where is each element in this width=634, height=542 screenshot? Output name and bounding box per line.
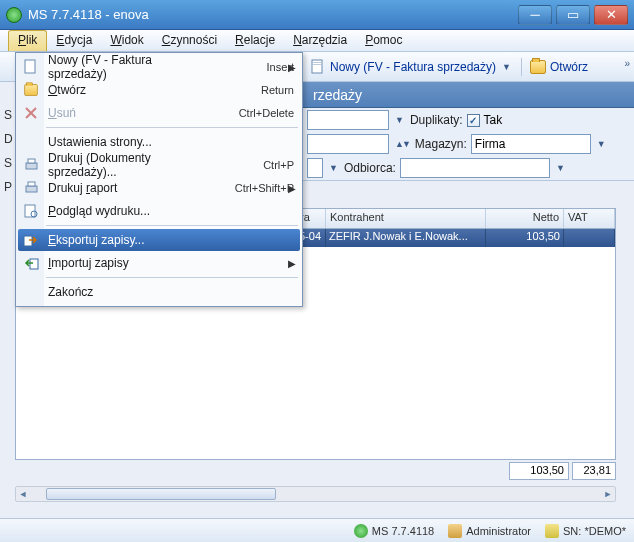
status-user: Administrator	[466, 525, 531, 537]
col-vat[interactable]: VAT	[564, 209, 615, 228]
toolbar-nowy[interactable]: Nowy (FV - Faktura sprzedaży)	[330, 60, 496, 74]
menu-nowy[interactable]: Nowy (FV - Faktura sprzedaży) Insert ▶	[18, 56, 300, 78]
open-folder-icon	[530, 60, 546, 74]
menu-eksportuj-zapisy[interactable]: Eksportuj zapisy...	[18, 229, 300, 251]
svg-rect-2	[313, 64, 321, 65]
key-icon	[545, 524, 559, 538]
duplikaty-value: Tak	[484, 113, 503, 127]
menu-narzedzia[interactable]: Narzędzia	[284, 30, 356, 51]
printer-icon	[22, 179, 40, 197]
horizontal-scrollbar[interactable]: ◄ ►	[15, 486, 616, 502]
menu-zakoncz[interactable]: Zakończ	[18, 281, 300, 303]
svg-rect-13	[30, 259, 38, 269]
dropdown-arrow-icon[interactable]: ▼	[327, 163, 340, 173]
user-icon	[448, 524, 462, 538]
new-doc-icon	[310, 59, 326, 75]
filter-panel: ▼ Duplikaty: ✓ Tak ▲▼ Magazyn: ▼ ▼ Odbio…	[303, 108, 634, 181]
total-vat: 23,81	[572, 462, 616, 480]
toolbar-otworz[interactable]: Otwórz	[550, 60, 588, 74]
app-status-icon	[354, 524, 368, 538]
duplikaty-checkbox[interactable]: ✓	[467, 114, 480, 127]
menu-plik[interactable]: Plik	[8, 30, 47, 51]
status-version: MS 7.7.4118	[372, 525, 434, 537]
duplikaty-label: Duplikaty:	[410, 113, 463, 127]
title-bar: MS 7.7.4118 - enova ─ ▭ ✕	[0, 0, 634, 30]
svg-rect-6	[26, 163, 37, 169]
submenu-arrow-icon: ▶	[288, 258, 296, 269]
filter-small[interactable]	[307, 158, 323, 178]
cell-vat	[564, 229, 615, 247]
minimize-button[interactable]: ─	[518, 5, 552, 25]
dropdown-arrow-icon[interactable]: ▼	[554, 163, 567, 173]
svg-rect-12	[24, 236, 32, 246]
cell-kontrahent: ZEFIR J.Nowak i E.Nowak...	[326, 229, 486, 247]
col-netto[interactable]: Netto	[486, 209, 564, 228]
menu-importuj-zapisy[interactable]: Importuj zapisy ▶	[18, 252, 300, 274]
svg-rect-7	[28, 159, 35, 163]
spinner-icon[interactable]: ▲▼	[393, 139, 411, 149]
dropdown-arrow-icon[interactable]: ▼	[500, 62, 513, 72]
app-icon	[6, 7, 22, 23]
tab-header: rzedaży	[303, 82, 634, 108]
cell-netto: 103,50	[486, 229, 564, 247]
left-labels: S D S P	[0, 108, 15, 204]
submenu-arrow-icon: ▶	[288, 183, 296, 194]
svg-rect-1	[313, 62, 321, 63]
new-doc-icon	[22, 58, 40, 76]
filter-field-1[interactable]	[307, 110, 389, 130]
close-button[interactable]: ✕	[594, 5, 628, 25]
tab-title: rzedaży	[313, 87, 362, 103]
status-bar: MS 7.7.4118 Administrator SN: *DEMO*	[0, 518, 634, 542]
magazyn-label: Magazyn:	[415, 137, 467, 151]
preview-icon	[22, 202, 40, 220]
svg-rect-0	[312, 60, 322, 73]
menu-relacje[interactable]: Relacje	[226, 30, 284, 51]
printer-icon	[22, 156, 40, 174]
import-icon	[22, 254, 40, 272]
toolbar-expand-icon[interactable]: »	[624, 58, 630, 69]
svg-rect-8	[26, 186, 37, 192]
menu-podglad-wydruku[interactable]: Podgląd wydruku...	[18, 200, 300, 222]
menu-otworz[interactable]: Otwórz Return	[18, 79, 300, 101]
magazyn-field[interactable]	[471, 134, 591, 154]
scroll-right-icon[interactable]: ►	[601, 487, 615, 501]
total-netto: 103,50	[509, 462, 569, 480]
svg-rect-3	[25, 60, 35, 73]
menu-drukuj-raport[interactable]: Drukuj raport Ctrl+Shift+P ▶	[18, 177, 300, 199]
folder-icon	[22, 81, 40, 99]
odbiorca-label: Odbiorca:	[344, 161, 396, 175]
menu-bar: Plik Edycja Widok Czynności Relacje Narz…	[0, 30, 634, 52]
menu-edycja[interactable]: Edycja	[47, 30, 101, 51]
dropdown-arrow-icon[interactable]: ▼	[595, 139, 608, 149]
scroll-thumb[interactable]	[46, 488, 276, 500]
maximize-button[interactable]: ▭	[556, 5, 590, 25]
scroll-left-icon[interactable]: ◄	[16, 487, 30, 501]
odbiorca-field[interactable]	[400, 158, 550, 178]
status-sn: SN: *DEMO*	[563, 525, 626, 537]
submenu-arrow-icon: ▶	[288, 62, 296, 73]
menu-drukuj-dokumenty[interactable]: Drukuj (Dokumenty sprzedaży)... Ctrl+P	[18, 154, 300, 176]
delete-icon	[22, 104, 40, 122]
totals-row: 103,50 23,81	[509, 462, 616, 484]
menu-pomoc[interactable]: Pomoc	[356, 30, 411, 51]
filter-field-2[interactable]	[307, 134, 389, 154]
menu-ustawienia-strony[interactable]: Ustawienia strony...	[18, 131, 300, 153]
menu-czynnosci[interactable]: Czynności	[153, 30, 226, 51]
window-title: MS 7.7.4118 - enova	[28, 7, 518, 22]
plik-dropdown-menu: Nowy (FV - Faktura sprzedaży) Insert ▶ O…	[15, 52, 303, 307]
menu-usun[interactable]: Usuń Ctrl+Delete	[18, 102, 300, 124]
menu-widok[interactable]: Widok	[101, 30, 152, 51]
svg-rect-9	[28, 182, 35, 186]
export-icon	[22, 231, 40, 249]
col-kontrahent[interactable]: Kontrahent	[326, 209, 486, 228]
dropdown-arrow-icon[interactable]: ▼	[393, 115, 406, 125]
